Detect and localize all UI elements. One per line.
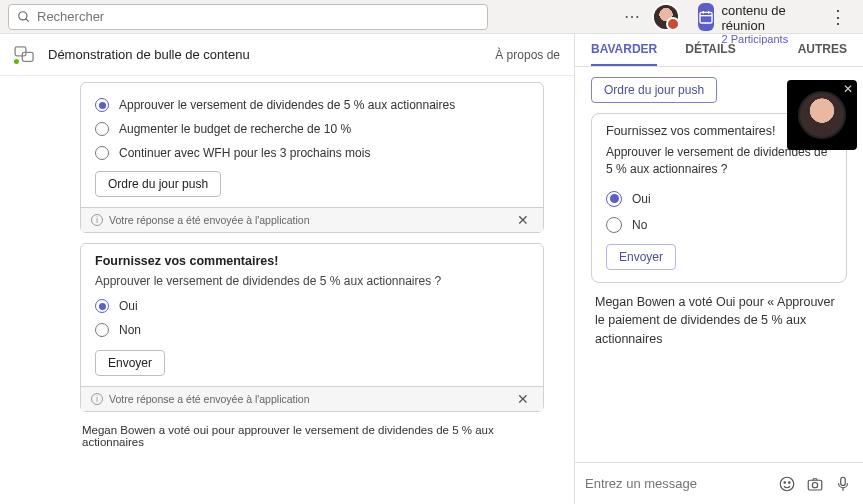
close-icon[interactable]: ✕ — [513, 212, 533, 228]
svg-rect-6 — [15, 46, 26, 55]
svg-line-1 — [26, 18, 29, 21]
svg-point-12 — [812, 482, 817, 487]
current-user-avatar[interactable] — [652, 3, 680, 31]
tab-others[interactable]: AUTRES — [798, 42, 847, 66]
option-label: Non — [119, 323, 141, 337]
feedback-option-no[interactable]: Non — [95, 318, 529, 342]
pip-avatar — [798, 91, 846, 139]
microphone-icon[interactable] — [833, 474, 853, 494]
svg-rect-13 — [841, 477, 846, 485]
vote-status-message: Megan Bowen a voté Oui pour « Approuver … — [591, 293, 847, 349]
info-icon: i — [91, 393, 103, 405]
card-footer-text: Votre réponse a été envoyée à l'applicat… — [109, 214, 309, 226]
search-icon — [17, 10, 31, 24]
radio-icon — [606, 191, 622, 207]
agenda-option-3[interactable]: Continuer avec WFH pour les 3 prochains … — [95, 141, 529, 165]
feedback-option-no[interactable]: No — [606, 212, 832, 238]
video-pip[interactable]: ✕ — [787, 80, 857, 150]
option-label: Continuer avec WFH pour les 3 prochains … — [119, 146, 370, 160]
svg-point-8 — [780, 477, 794, 491]
radio-icon — [95, 146, 109, 160]
calendar-icon — [698, 3, 714, 31]
svg-point-10 — [789, 481, 791, 483]
card-footer-text: Votre réponse a été envoyée à l'applicat… — [109, 393, 309, 405]
radio-icon — [95, 98, 109, 112]
emoji-icon[interactable] — [777, 474, 797, 494]
option-label: Augmenter le budget de recherche de 10 % — [119, 122, 351, 136]
svg-rect-7 — [22, 52, 33, 61]
info-icon: i — [91, 214, 103, 226]
option-label: Approuver le versement de dividendes de … — [119, 98, 455, 112]
camera-icon[interactable] — [805, 474, 825, 494]
feedback-option-yes[interactable]: Oui — [606, 186, 832, 212]
agenda-card: Approuver le versement de dividendes de … — [80, 82, 544, 233]
vote-status-line: Megan Bowen a voté oui pour approuver le… — [80, 422, 544, 458]
search-box[interactable] — [8, 4, 488, 30]
close-icon[interactable]: ✕ — [843, 82, 853, 96]
more-button[interactable]: ⋯ — [620, 7, 644, 26]
radio-icon — [95, 323, 109, 337]
tab-details[interactable]: DÉTAILS — [685, 42, 735, 66]
radio-icon — [95, 299, 109, 313]
svg-point-0 — [19, 11, 27, 19]
app-bubble-icon — [14, 46, 36, 64]
search-input[interactable] — [37, 9, 479, 24]
close-icon[interactable]: ✕ — [513, 391, 533, 407]
push-agenda-button[interactable]: Ordre du jour push — [95, 171, 221, 197]
radio-icon — [606, 217, 622, 233]
message-input[interactable] — [585, 476, 769, 491]
feedback-card: Fournissez vos commentaires! Approuver l… — [80, 243, 544, 412]
push-agenda-button[interactable]: Ordre du jour push — [591, 77, 717, 103]
radio-icon — [95, 122, 109, 136]
svg-rect-2 — [700, 12, 712, 23]
feedback-heading: Fournissez vos commentaires! — [95, 254, 529, 268]
option-label: Oui — [119, 299, 138, 313]
agenda-option-1[interactable]: Approuver le versement de dividendes de … — [95, 93, 529, 117]
meeting-title: Bulle de contenu de réunion — [722, 0, 814, 33]
feedback-question: Approuver le versement de dividendes de … — [95, 274, 529, 288]
send-button[interactable]: Envoyer — [606, 244, 676, 270]
svg-rect-11 — [808, 480, 822, 490]
option-label: No — [632, 218, 647, 232]
agenda-option-2[interactable]: Augmenter le budget de recherche de 10 % — [95, 117, 529, 141]
send-button[interactable]: Envoyer — [95, 350, 165, 376]
feedback-option-yes[interactable]: Oui — [95, 294, 529, 318]
tab-chat[interactable]: BAVARDER — [591, 42, 657, 66]
svg-point-9 — [784, 481, 786, 483]
option-label: Oui — [632, 192, 651, 206]
left-panel-title: Démonstration de bulle de contenu — [48, 47, 250, 62]
meeting-more-button[interactable]: ⋮ — [821, 6, 855, 28]
tab-about[interactable]: À propos de — [495, 48, 560, 62]
